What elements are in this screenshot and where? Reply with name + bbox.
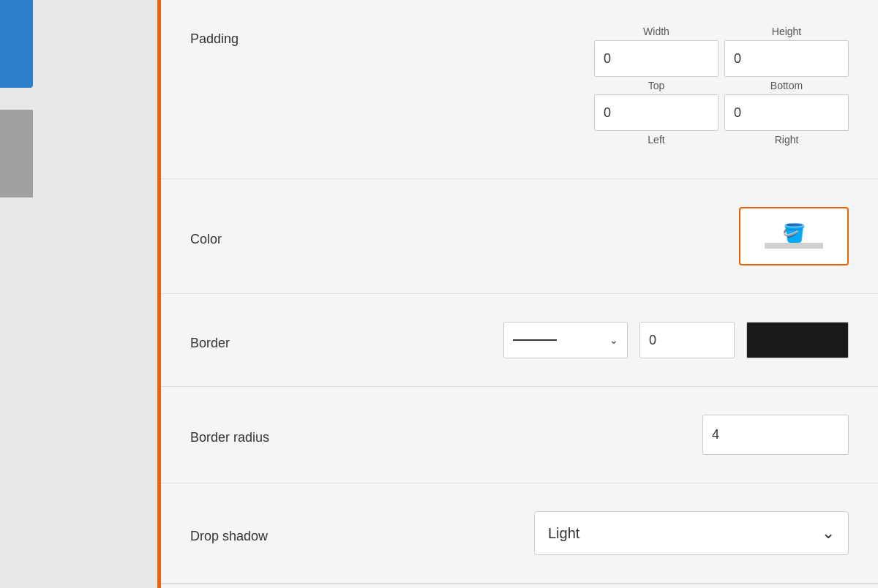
padding-grid: Width Height Top Bottom: [594, 26, 849, 146]
border-radius-label: Border radius: [190, 424, 307, 445]
right-panel: Padding Width Height Top Bot: [161, 0, 878, 588]
left-panel-gray-block: [0, 110, 33, 197]
padding-wh-row: [594, 40, 849, 77]
left-panel-orange-bar: [157, 0, 161, 588]
padding-height-input[interactable]: [724, 40, 849, 77]
border-label: Border: [190, 330, 307, 351]
paint-bucket-icon: 🪣: [782, 224, 806, 243]
drop-shadow-chevron-icon: ⌄: [822, 524, 835, 543]
padding-top-input[interactable]: [594, 94, 718, 131]
color-picker-button[interactable]: 🪣: [739, 207, 849, 265]
border-width-input[interactable]: [639, 322, 735, 358]
color-swatch: [765, 243, 823, 249]
border-radius-section: Border radius: [161, 387, 878, 483]
bottom-header: Bottom: [724, 80, 849, 91]
left-panel: [0, 0, 161, 588]
border-line-icon: [513, 339, 557, 341]
drop-shadow-value: Light: [548, 525, 579, 542]
border-radius-input[interactable]: [702, 415, 849, 455]
left-header: Left: [594, 134, 718, 146]
border-color-button[interactable]: [746, 322, 849, 358]
color-section: Color 🪣: [161, 179, 878, 294]
width-header: Width: [594, 26, 718, 37]
padding-top-headers: Width Height: [594, 26, 849, 37]
padding-section: Padding Width Height Top Bot: [161, 0, 878, 179]
padding-tb-headers: Top Bottom: [594, 80, 849, 91]
drop-shadow-section: Drop shadow Light ⌄: [161, 483, 878, 584]
padding-lr-headers: Left Right: [594, 134, 849, 146]
main-container: Padding Width Height Top Bot: [0, 0, 878, 588]
padding-tb-row: [594, 94, 849, 131]
color-label: Color: [190, 226, 307, 247]
drop-shadow-label: Drop shadow: [190, 523, 307, 544]
height-header: Height: [724, 26, 849, 37]
border-section: Border ⌄: [161, 294, 878, 387]
left-panel-blue-block: [0, 0, 33, 88]
footer: Tango Created with Tango.us: [161, 584, 878, 588]
padding-width-input[interactable]: [594, 40, 718, 77]
border-style-chevron-icon: ⌄: [609, 334, 618, 346]
drop-shadow-dropdown[interactable]: Light ⌄: [534, 511, 849, 555]
top-header: Top: [594, 80, 718, 91]
right-header: Right: [724, 134, 849, 146]
padding-label: Padding: [190, 26, 307, 47]
padding-bottom-input[interactable]: [724, 94, 849, 131]
border-style-dropdown[interactable]: ⌄: [503, 322, 628, 358]
